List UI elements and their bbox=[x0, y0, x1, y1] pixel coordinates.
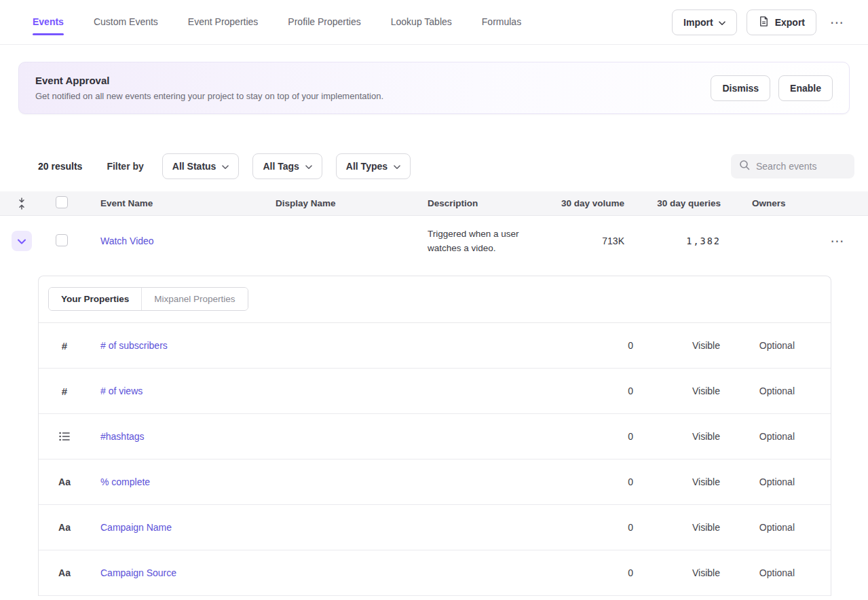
volume-cell: 713K bbox=[550, 236, 624, 246]
header-description: Description bbox=[428, 198, 550, 208]
property-name-link[interactable]: Campaign Name bbox=[100, 522, 172, 533]
nav-tabs: Events Custom Events Event Properties Pr… bbox=[33, 11, 521, 34]
text-type-icon: Aa bbox=[58, 476, 71, 487]
nav-actions: Import Export ⋯ bbox=[672, 10, 849, 35]
import-button[interactable]: Import bbox=[672, 10, 737, 35]
property-requirement: Optional bbox=[720, 567, 795, 578]
tags-filter-dropdown[interactable]: All Tags bbox=[252, 153, 322, 179]
filter-row: 20 results Filter by All Status All Tags… bbox=[0, 153, 868, 180]
text-type-icon: Aa bbox=[58, 567, 71, 578]
filter-dropdowns: All Status All Tags All Types bbox=[162, 153, 411, 179]
number-type-icon: # bbox=[58, 386, 71, 397]
import-button-label: Import bbox=[683, 17, 713, 28]
nav-more-button[interactable]: ⋯ bbox=[826, 13, 849, 32]
property-value: 0 bbox=[565, 431, 633, 442]
row-checkbox[interactable] bbox=[56, 234, 68, 246]
tab-custom-events[interactable]: Custom Events bbox=[94, 11, 158, 34]
property-visibility: Visible bbox=[633, 386, 720, 396]
status-filter-label: All Status bbox=[172, 161, 216, 172]
enable-button[interactable]: Enable bbox=[778, 75, 833, 101]
export-button-label: Export bbox=[775, 17, 805, 28]
property-requirement: Optional bbox=[720, 476, 795, 487]
property-row: Aa % complete 0 Visible Optional bbox=[39, 460, 831, 505]
property-row: Aa Campaign Name 0 Visible Optional bbox=[39, 505, 831, 550]
property-requirement: Optional bbox=[720, 431, 795, 442]
export-button[interactable]: Export bbox=[747, 10, 816, 35]
top-navigation: Events Custom Events Event Properties Pr… bbox=[0, 0, 868, 45]
property-name-link[interactable]: % complete bbox=[100, 476, 150, 487]
banner-description: Get notified on all new events entering … bbox=[35, 91, 383, 101]
search-events-box bbox=[731, 154, 854, 179]
chevron-down-icon bbox=[222, 161, 229, 172]
header-display-name: Display Name bbox=[276, 198, 428, 208]
property-row: # # of subscribers 0 Visible Optional bbox=[39, 323, 831, 369]
events-table-header: Event Name Display Name Description 30 d… bbox=[0, 191, 868, 216]
property-name-link[interactable]: #hashtags bbox=[100, 431, 145, 442]
property-requirement: Optional bbox=[720, 522, 795, 533]
property-visibility: Visible bbox=[633, 522, 720, 533]
property-value: 0 bbox=[565, 386, 633, 396]
types-filter-label: All Types bbox=[346, 161, 388, 172]
text-type-icon: Aa bbox=[58, 522, 71, 533]
property-requirement: Optional bbox=[720, 340, 795, 351]
dismiss-button[interactable]: Dismiss bbox=[711, 75, 770, 101]
list-type-icon bbox=[58, 432, 71, 441]
property-visibility: Visible bbox=[633, 431, 720, 442]
property-row: #hashtags 0 Visible Optional bbox=[39, 414, 831, 460]
header-event-name: Event Name bbox=[88, 198, 276, 208]
property-value: 0 bbox=[565, 476, 633, 487]
property-value: 0 bbox=[565, 340, 633, 351]
property-requirement: Optional bbox=[720, 386, 795, 396]
header-queries: 30 day queries bbox=[624, 198, 721, 208]
collapse-all-icon[interactable] bbox=[0, 198, 43, 210]
select-all-checkbox[interactable] bbox=[56, 196, 68, 208]
event-row: Watch Video Triggered when a user watche… bbox=[0, 216, 868, 266]
properties-tabstrip: Your Properties Mixpanel Properties bbox=[39, 276, 831, 323]
description-cell: Triggered when a user watches a video. bbox=[428, 227, 550, 255]
chevron-down-icon bbox=[394, 161, 400, 172]
search-icon bbox=[739, 160, 750, 173]
queries-cell: 1,382 bbox=[624, 236, 721, 246]
search-events-input[interactable] bbox=[756, 161, 846, 172]
tags-filter-label: All Tags bbox=[263, 161, 299, 172]
banner-title: Event Approval bbox=[35, 75, 383, 86]
export-csv-icon bbox=[758, 16, 770, 29]
tab-mixpanel-properties[interactable]: Mixpanel Properties bbox=[141, 288, 247, 310]
tab-lookup-tables[interactable]: Lookup Tables bbox=[391, 11, 452, 34]
collapse-row-button[interactable] bbox=[12, 231, 32, 251]
property-visibility: Visible bbox=[633, 476, 720, 487]
property-name-link[interactable]: Campaign Source bbox=[100, 567, 176, 578]
filter-by-label: Filter by bbox=[107, 161, 143, 172]
event-name-link[interactable]: Watch Video bbox=[100, 236, 154, 246]
header-volume: 30 day volume bbox=[550, 198, 624, 208]
status-filter-dropdown[interactable]: All Status bbox=[162, 153, 240, 179]
results-count: 20 results bbox=[38, 161, 82, 172]
property-value: 0 bbox=[565, 567, 633, 578]
tab-event-properties[interactable]: Event Properties bbox=[188, 11, 259, 34]
chevron-down-icon bbox=[305, 161, 312, 172]
row-more-button[interactable]: ⋯ bbox=[827, 231, 850, 250]
property-name-link[interactable]: # of subscribers bbox=[100, 340, 168, 351]
property-visibility: Visible bbox=[633, 567, 720, 578]
tab-formulas[interactable]: Formulas bbox=[482, 11, 521, 34]
property-row: # # of views 0 Visible Optional bbox=[39, 369, 831, 414]
number-type-icon: # bbox=[58, 340, 71, 352]
banner-actions: Dismiss Enable bbox=[711, 75, 833, 101]
property-visibility: Visible bbox=[633, 340, 720, 351]
property-name-link[interactable]: # of views bbox=[100, 386, 143, 396]
chevron-down-icon bbox=[719, 17, 725, 28]
chevron-down-icon bbox=[18, 236, 26, 246]
tab-your-properties[interactable]: Your Properties bbox=[49, 288, 141, 310]
tab-profile-properties[interactable]: Profile Properties bbox=[288, 11, 360, 34]
header-owners: Owners bbox=[721, 198, 808, 208]
properties-panel: Your Properties Mixpanel Properties # # … bbox=[38, 276, 831, 596]
property-row: Aa Campaign Source 0 Visible Optional bbox=[39, 550, 831, 596]
event-approval-banner: Event Approval Get notified on all new e… bbox=[18, 62, 850, 114]
banner-text: Event Approval Get notified on all new e… bbox=[35, 75, 383, 101]
types-filter-dropdown[interactable]: All Types bbox=[336, 153, 411, 179]
tab-events[interactable]: Events bbox=[33, 11, 64, 34]
property-value: 0 bbox=[565, 522, 633, 533]
properties-tabs: Your Properties Mixpanel Properties bbox=[48, 287, 248, 311]
